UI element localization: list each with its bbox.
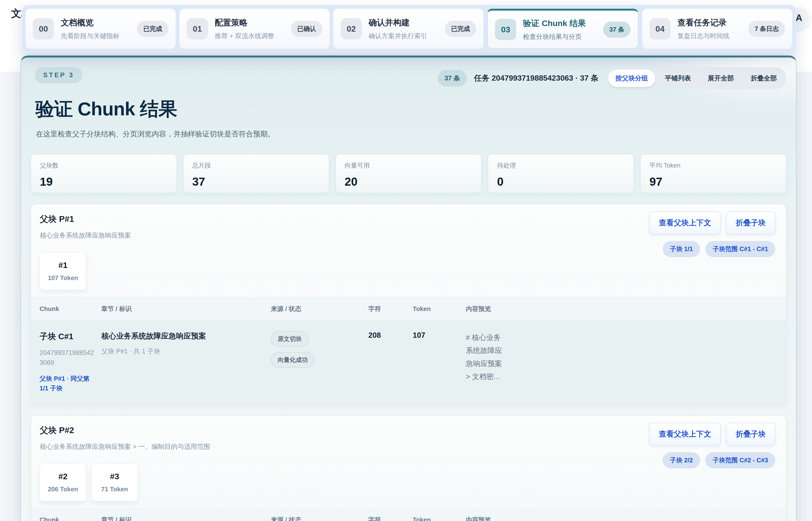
step-title: 查看任务记录 — [677, 17, 742, 28]
column-source-status: 来源 / 状态 — [271, 516, 368, 521]
step-title: 验证 Chunk 结果 — [523, 18, 596, 29]
chip-id: #3 — [110, 472, 119, 481]
view-toggle-group: 按父块分组 平铺列表 展开全部 折叠全部 — [606, 67, 786, 89]
stat-label: 平均 Token — [649, 161, 777, 170]
column-chars: 字符 — [368, 516, 413, 521]
chunk-count-badge: 37 条 — [438, 70, 467, 86]
step-number-badge: 03 — [495, 19, 516, 40]
stat-label: 父块数 — [40, 161, 168, 170]
group-buttons: 查看父块上下文 折叠子块 — [649, 211, 775, 234]
chunk-chip-3[interactable]: #3 71 Token — [91, 463, 138, 501]
toggle-collapse-all[interactable]: 折叠全部 — [743, 70, 784, 87]
column-preview: 内容预览 — [466, 516, 786, 521]
step-badge: STEP 3 — [35, 67, 82, 83]
step-card-03-verify-chunks-active[interactable]: 03 验证 Chunk 结果 检查分块结果与分页 37 条 — [487, 9, 638, 49]
cell-chunk: 子块 C#1 2047993719885423069 父块 P#1 · 同父第 … — [40, 331, 101, 393]
cell-source-status: 原文切块 向量化成功 — [271, 331, 368, 368]
chip-tokens: 206 Token — [48, 485, 78, 493]
step-card-04-task-log[interactable]: 04 查看任务记录 复盘日志与时间线 7 条日志 — [642, 9, 792, 49]
stat-label: 总片段 — [192, 161, 320, 170]
child-range-pill: 子块范围 C#1 - C#1 — [706, 241, 775, 257]
stat-value: 20 — [345, 175, 473, 188]
column-source-status: 来源 / 状态 — [271, 305, 368, 313]
stats-row: 父块数 19 总片段 37 向量可用 20 待处理 0 平均 Token 97 — [31, 154, 786, 193]
page-subtitle: 在这里检查父子分块结构、分页浏览内容，并抽样验证切块是否符合预期。 — [36, 129, 786, 139]
stat-card-avg-token: 平均 Token 97 — [640, 154, 786, 193]
chip-id: #2 — [58, 472, 68, 481]
toggle-expand-all[interactable]: 展开全部 — [700, 70, 741, 87]
column-preview: 内容预览 — [466, 305, 786, 313]
column-section: 章节 / 标识 — [101, 305, 271, 313]
parent-group-p1: 父块 P#1 核心业务系统故障应急响应预案 查看父块上下文 折叠子块 子块 1/… — [31, 204, 786, 404]
stat-card-parent-count: 父块数 19 — [31, 154, 177, 193]
toggle-flat-list[interactable]: 平铺列表 — [658, 70, 698, 87]
stat-value: 97 — [649, 175, 777, 188]
child-count-pill: 子块 1/1 — [663, 241, 700, 257]
step-number-badge: 01 — [187, 18, 208, 39]
column-chunk: Chunk — [40, 305, 101, 313]
step-card-00-document-overview[interactable]: 00 文档概览 先看阶段与关键指标 已完成 — [26, 9, 176, 49]
column-token: Token — [413, 305, 466, 313]
step-number-badge: 04 — [649, 18, 671, 39]
group-header: 父块 P#1 核心业务系统故障应急响应预案 查看父块上下文 折叠子块 子块 1/… — [31, 204, 786, 247]
page-title: 验证 Chunk 结果 — [35, 96, 786, 122]
step-status-badge: 7 条日志 — [748, 21, 785, 37]
view-parent-context-button[interactable]: 查看父块上下文 — [649, 211, 721, 234]
column-chars: 字符 — [368, 305, 413, 313]
cell-chars: 208 — [368, 331, 413, 340]
group-buttons: 查看父块上下文 折叠子块 — [649, 423, 775, 446]
step-text: 确认并构建 确认方案并执行索引 — [368, 17, 438, 40]
stepper-overlay: 00 文档概览 先看阶段与关键指标 已完成 01 配置策略 推荐 + 双流水线调… — [22, 5, 796, 53]
group-pills: 子块 2/2 子块范围 C#2 - C#3 — [663, 452, 775, 468]
step-card-01-configure-strategy[interactable]: 01 配置策略 推荐 + 双流水线调整 已确认 — [180, 9, 330, 49]
chunk-name: 子块 C#1 — [40, 331, 95, 342]
stat-card-vectors-available: 向量可用 20 — [336, 154, 482, 193]
panel-header-row: STEP 3 37 条 任务 2047993719885423063 · 37 … — [31, 67, 786, 89]
step-subtitle: 检查分块结果与分页 — [523, 32, 596, 41]
cell-section: 核心业务系统故障应急响应预案 父块 P#1 · 共 1 子块 — [101, 331, 271, 356]
stat-card-total-segments: 总片段 37 — [183, 154, 329, 193]
chunk-id: 2047993719885423069 — [40, 348, 96, 367]
step-subtitle: 先看阶段与关键指标 — [61, 31, 130, 40]
stat-label: 向量可用 — [345, 161, 473, 170]
step-subtitle: 推荐 + 双流水线调整 — [215, 31, 284, 40]
step-text: 查看任务记录 复盘日志与时间线 — [677, 17, 742, 40]
table-row-c1[interactable]: 子块 C#1 2047993719885423069 父块 P#1 · 同父第 … — [31, 320, 786, 404]
chunk-chip-2[interactable]: #2 206 Token — [40, 463, 86, 501]
stat-value: 37 — [192, 175, 320, 188]
step-status-badge: 已完成 — [137, 21, 168, 37]
step-number-badge: 02 — [341, 18, 362, 39]
child-count-pill: 子块 2/2 — [663, 452, 700, 468]
chunk-parent-link[interactable]: 父块 P#1 · 同父第 1/1 子块 — [40, 374, 96, 393]
stat-card-pending: 待处理 0 — [488, 154, 634, 193]
chip-id: #1 — [58, 260, 68, 270]
step-status-badge: 已确认 — [291, 21, 322, 37]
stat-label: 待处理 — [497, 161, 625, 170]
vector-status-tag: 向量化成功 — [271, 352, 315, 368]
task-id-label: 任务 2047993719885423063 · 37 条 — [474, 73, 598, 84]
toggle-group-by-parent[interactable]: 按父块分组 — [608, 70, 655, 87]
section-subtitle: 父块 P#1 · 共 1 子块 — [101, 347, 265, 356]
content-preview: # 核心业务系统故障应急响应预案 > 文档密... — [466, 331, 505, 383]
chunk-chip-1[interactable]: #1 107 Token — [40, 252, 86, 290]
column-chunk: Chunk — [40, 516, 101, 521]
step-card-02-confirm-build[interactable]: 02 确认并构建 确认方案并执行索引 已完成 — [333, 9, 483, 49]
column-section: 章节 / 标识 — [101, 516, 271, 521]
group-header: 父块 P#2 核心业务系统故障应急响应预案 > 一、编制目的与适用范围 查看父块… — [31, 415, 786, 458]
collapse-children-button[interactable]: 折叠子块 — [726, 211, 775, 234]
child-range-pill: 子块范围 C#2 - C#3 — [706, 452, 775, 468]
step-text: 配置策略 推荐 + 双流水线调整 — [215, 17, 284, 40]
step-text: 验证 Chunk 结果 检查分块结果与分页 — [523, 18, 596, 41]
view-parent-context-button[interactable]: 查看父块上下文 — [649, 423, 721, 446]
step-number-badge: 00 — [33, 18, 54, 39]
group-pills: 子块 1/1 子块范围 C#1 - C#1 — [663, 241, 775, 257]
verify-chunks-panel: STEP 3 37 条 任务 2047993719885423063 · 37 … — [21, 55, 796, 521]
stat-value: 19 — [40, 175, 168, 188]
collapse-children-button[interactable]: 折叠子块 — [726, 423, 775, 446]
chunk-table-header: Chunk 章节 / 标识 来源 / 状态 字符 Token 内容预览 — [31, 297, 786, 320]
step-subtitle: 确认方案并执行索引 — [368, 31, 438, 40]
chip-tokens: 107 Token — [48, 274, 78, 282]
step-subtitle: 复盘日志与时间线 — [677, 31, 742, 40]
group-header-actions: 查看父块上下文 折叠子块 子块 2/2 子块范围 C#2 - C#3 — [649, 423, 775, 468]
section-title: 核心业务系统故障应急响应预案 — [101, 331, 265, 341]
